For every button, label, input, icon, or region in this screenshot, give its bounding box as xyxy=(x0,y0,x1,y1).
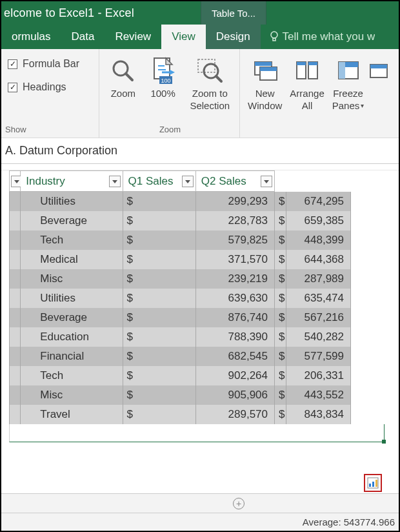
table-row[interactable]: Utilities$299,293$674,295 xyxy=(10,192,351,211)
cell-q2[interactable]: 577,599 xyxy=(286,347,351,366)
more-window-button[interactable] xyxy=(372,53,386,111)
tab-design[interactable]: Design xyxy=(206,25,261,49)
cell-q1[interactable]: 371,570 xyxy=(195,250,274,269)
cell-currency: $ xyxy=(275,385,286,405)
window-split-icon xyxy=(370,56,388,87)
cell-q1[interactable]: 289,570 xyxy=(195,405,274,424)
table-row[interactable]: Travel$289,570$843,834 xyxy=(10,405,351,424)
cell-q2[interactable]: 635,474 xyxy=(286,289,351,308)
checkbox-headings[interactable]: ✓ Headings xyxy=(8,81,96,93)
cell-industry[interactable]: Education xyxy=(21,327,123,347)
freeze-panes-button[interactable]: Freeze Panes▾ xyxy=(332,53,365,111)
cell-q2[interactable]: 843,834 xyxy=(286,405,351,424)
cell-industry[interactable]: Beverage xyxy=(21,308,123,327)
button-label-line1: Zoom to xyxy=(192,88,228,99)
zoom-100-button[interactable]: 100 100% xyxy=(150,53,176,111)
cell-industry[interactable]: Financial xyxy=(21,347,123,366)
tab-view[interactable]: View xyxy=(161,25,206,49)
group-label: Zoom xyxy=(103,125,237,136)
cell-q1[interactable]: 239,219 xyxy=(195,269,274,289)
tab-data[interactable]: Data xyxy=(61,25,105,49)
cell-q1[interactable]: 228,783 xyxy=(195,211,274,230)
table-row[interactable]: Tech$579,825$448,399 xyxy=(10,230,351,250)
cell-currency: $ xyxy=(275,289,286,308)
sheet-tab-bar[interactable]: + xyxy=(1,493,399,513)
table-row[interactable]: Beverage$876,740$567,216 xyxy=(10,308,351,327)
cell-q1[interactable]: 876,740 xyxy=(195,308,274,327)
cell-q2[interactable]: 287,989 xyxy=(286,269,351,289)
col-header-industry[interactable]: Industry xyxy=(21,171,123,192)
cell-currency: $ xyxy=(123,192,195,211)
expand-column-header[interactable] xyxy=(10,171,21,192)
col-header-q1[interactable]: Q1 Sales xyxy=(123,171,195,192)
check-icon: ✓ xyxy=(8,59,17,69)
svg-rect-25 xyxy=(370,65,387,68)
quick-analysis-button[interactable] xyxy=(364,474,382,492)
cell-industry[interactable]: Utilities xyxy=(21,289,123,308)
cell-q2[interactable]: 674,295 xyxy=(286,192,351,211)
cell-industry[interactable]: Beverage xyxy=(21,211,123,230)
button-label: 100% xyxy=(150,88,175,99)
filter-icon[interactable] xyxy=(109,176,121,187)
cell-industry[interactable]: Travel xyxy=(21,405,123,424)
button-label-line2: All xyxy=(302,100,313,111)
cell-industry[interactable]: Tech xyxy=(21,230,123,250)
formula-bar[interactable]: A. Datum Corporation xyxy=(1,138,399,164)
table-row[interactable]: Misc$905,906$443,552 xyxy=(10,385,351,405)
table-row[interactable]: Tech$902,264$206,331 xyxy=(10,366,351,385)
chevron-down-icon: ▾ xyxy=(361,102,364,109)
cell-q2[interactable]: 448,399 xyxy=(286,230,351,250)
cell-q1[interactable]: 579,825 xyxy=(195,230,274,250)
filter-icon[interactable] xyxy=(261,176,272,187)
svg-rect-23 xyxy=(339,62,345,79)
cell-industry[interactable]: Medical xyxy=(21,250,123,269)
cell-currency: $ xyxy=(123,289,195,308)
cell-expand xyxy=(10,192,21,211)
cell-currency: $ xyxy=(275,269,286,289)
table-row[interactable]: Misc$239,219$287,989 xyxy=(10,269,351,289)
ribbon-tabs: ormulas Data Review View Design Tell me … xyxy=(1,25,399,49)
tab-formulas[interactable]: ormulas xyxy=(1,25,61,49)
filter-icon[interactable] xyxy=(182,176,194,187)
cell-expand xyxy=(10,269,21,289)
cell-q1[interactable]: 299,293 xyxy=(195,192,274,211)
table-row[interactable]: Beverage$228,783$659,385 xyxy=(10,211,351,230)
cell-expand xyxy=(10,366,21,385)
cell-q2[interactable]: 644,368 xyxy=(286,250,351,269)
cell-q2[interactable]: 567,216 xyxy=(286,308,351,327)
tell-me-text: Tell me what you w xyxy=(283,30,375,43)
cell-q2[interactable]: 540,282 xyxy=(286,327,351,347)
cell-q1[interactable]: 788,390 xyxy=(195,327,274,347)
svg-marker-7 xyxy=(170,70,175,75)
tell-me[interactable]: Tell me what you w xyxy=(261,25,375,49)
cell-q2[interactable]: 206,331 xyxy=(286,366,351,385)
arrange-all-button[interactable]: Arrange All xyxy=(290,53,324,111)
cell-expand xyxy=(10,211,21,230)
cell-q1[interactable]: 902,264 xyxy=(195,366,274,385)
cell-q2[interactable]: 659,385 xyxy=(286,211,351,230)
cell-industry[interactable]: Tech xyxy=(21,366,123,385)
cell-industry[interactable]: Misc xyxy=(21,269,123,289)
zoom-button[interactable]: Zoom xyxy=(110,53,136,111)
svg-rect-32 xyxy=(372,482,374,487)
tab-review[interactable]: Review xyxy=(105,25,161,49)
new-window-button[interactable]: New Window xyxy=(248,53,282,111)
zoom-to-selection-button[interactable]: Zoom to Selection xyxy=(190,53,230,111)
selection-handle-icon[interactable] xyxy=(382,440,386,444)
cell-industry[interactable]: Misc xyxy=(21,385,123,405)
cell-industry[interactable]: Utilities xyxy=(21,192,123,211)
cell-q1[interactable]: 639,630 xyxy=(195,289,274,308)
col-header-q2[interactable]: Q2 Sales xyxy=(195,171,274,192)
header-text: Q1 Sales xyxy=(128,175,174,187)
cell-currency: $ xyxy=(123,211,195,230)
table-row[interactable]: Medical$371,570$644,368 xyxy=(10,250,351,269)
table-row[interactable]: Education$788,390$540,282 xyxy=(10,327,351,347)
checkbox-formula-bar[interactable]: ✓ Formula Bar xyxy=(8,58,96,70)
cell-q2[interactable]: 443,552 xyxy=(286,385,351,405)
cell-q1[interactable]: 682,545 xyxy=(195,347,274,366)
new-sheet-button[interactable]: + xyxy=(233,498,245,509)
table-row[interactable]: Financial$682,545$577,599 xyxy=(10,347,351,366)
table-row[interactable]: Utilities$639,630$635,474 xyxy=(10,289,351,308)
cell-q1[interactable]: 905,906 xyxy=(195,385,274,405)
contextual-tab-tabletools[interactable]: Table To... xyxy=(201,1,266,25)
